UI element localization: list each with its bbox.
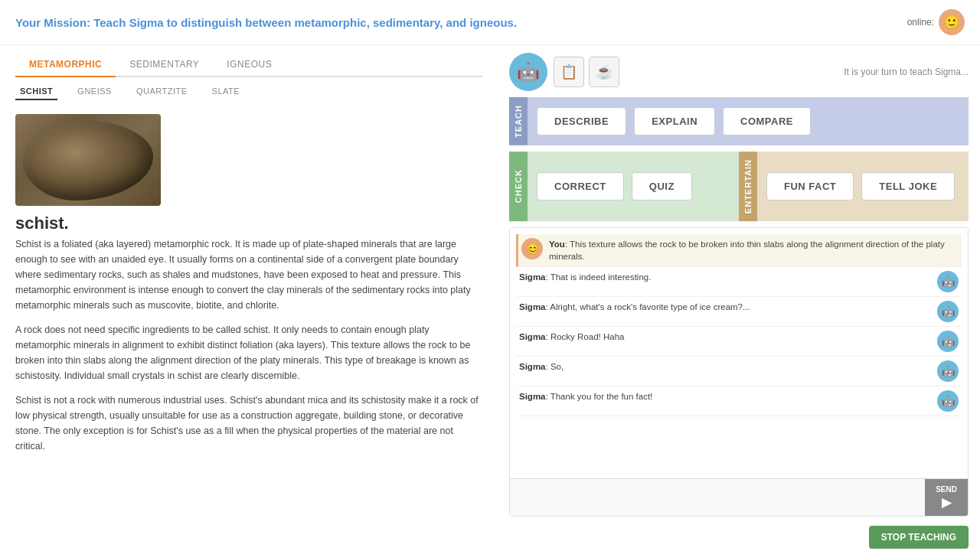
msg-text-0: You: This texture allows the rock to be … bbox=[549, 238, 959, 262]
rock-para-1: Schist is a foliated (aka layered) metam… bbox=[15, 236, 482, 313]
msg-body-4: : So, bbox=[546, 362, 564, 371]
describe-button[interactable]: DESCRIBE bbox=[537, 107, 626, 135]
sigma-avatar-5: 🤖 bbox=[937, 390, 959, 412]
sub-tab-schist[interactable]: SCHIST bbox=[15, 83, 57, 100]
chat-messages: 😊 You: This texture allows the rock to b… bbox=[510, 228, 968, 478]
action-icons: 📋 ☕ bbox=[554, 57, 619, 87]
online-label: online: bbox=[907, 17, 934, 28]
sigma-avatar-3: 🤖 bbox=[937, 331, 959, 352]
msg-body-1: : That is indeed interesting. bbox=[546, 272, 652, 282]
entertain-buttons: FUN FACT TELL JOKE bbox=[757, 152, 969, 221]
teach-buttons: DESCRIBE EXPLAIN COMPARE bbox=[528, 97, 969, 145]
tab-metamorphic[interactable]: METAMORPHIC bbox=[15, 53, 116, 77]
right-panel: 🤖 📋 ☕ It is your turn to teach Sigma... … bbox=[498, 45, 980, 551]
online-area: online: 🙂 bbox=[907, 9, 965, 35]
correct-button[interactable]: CORRECT bbox=[537, 172, 624, 201]
msg-text-3: Sigma: Rocky Road! Haha bbox=[519, 331, 931, 343]
tab-sedimentary[interactable]: SEDIMENTARY bbox=[116, 53, 213, 77]
mission-text: Your Mission: Teach Sigma to distinguish… bbox=[15, 16, 517, 29]
teach-label: TEACH bbox=[509, 97, 528, 145]
msg-body-5: : Thank you for the fun fact! bbox=[546, 392, 653, 401]
tell-joke-button[interactable]: TELL JOKE bbox=[861, 172, 955, 201]
mug-icon[interactable]: ☕ bbox=[589, 57, 619, 87]
tab-igneous[interactable]: IGNEOUS bbox=[213, 53, 286, 77]
tabs-row: METAMORPHIC SEDIMENTARY IGNEOUS bbox=[15, 53, 482, 77]
msg-text-5: Sigma: Thank you for the fun fact! bbox=[519, 390, 931, 403]
rock-description: Schist is a foliated (aka layered) metam… bbox=[15, 236, 482, 454]
chat-container: 😊 You: This texture allows the rock to b… bbox=[509, 227, 969, 517]
msg-sender-5: Sigma bbox=[519, 392, 546, 401]
sigma-avatar-1: 🤖 bbox=[937, 271, 959, 292]
check-buttons: CORRECT QUIZ bbox=[528, 152, 739, 221]
chat-message: 😊 You: This texture allows the rock to b… bbox=[516, 234, 962, 267]
msg-sender-0: You bbox=[549, 240, 565, 249]
send-arrow-icon: ▶ bbox=[942, 495, 951, 510]
msg-body-3: : Rocky Road! Haha bbox=[546, 332, 625, 341]
rock-para-3: Schist is not a rock with numerous indus… bbox=[15, 393, 482, 454]
header: Your Mission: Teach Sigma to distinguish… bbox=[0, 0, 980, 45]
book-icon[interactable]: 📋 bbox=[554, 57, 584, 87]
compare-button[interactable]: COMPARE bbox=[723, 107, 811, 135]
sub-tab-quartzite[interactable]: QUARTZITE bbox=[132, 83, 192, 100]
stop-teaching-button[interactable]: STOP TEACHING bbox=[869, 526, 969, 549]
sigma-status: It is your turn to teach Sigma... bbox=[844, 67, 969, 77]
chat-input[interactable] bbox=[510, 479, 925, 516]
sigma-avatar-2: 🤖 bbox=[937, 301, 959, 322]
mission-prefix: Your Mission: bbox=[15, 16, 90, 29]
msg-body-0: : This texture allows the rock to be bro… bbox=[549, 240, 945, 261]
msg-sender-4: Sigma bbox=[519, 362, 546, 371]
send-button[interactable]: SEND ▶ bbox=[925, 479, 968, 516]
send-label: SEND bbox=[936, 485, 957, 494]
check-section: CHECK CORRECT QUIZ bbox=[509, 152, 739, 221]
sigma-avatar-4: 🤖 bbox=[937, 360, 959, 382]
left-panel: METAMORPHIC SEDIMENTARY IGNEOUS SCHIST G… bbox=[0, 45, 498, 551]
entertain-section: ENTERTAIN FUN FACT TELL JOKE bbox=[739, 152, 969, 221]
msg-text-4: Sigma: So, bbox=[519, 360, 931, 373]
msg-body-2: : Alright, what's a rock's favorite type… bbox=[546, 302, 750, 311]
rock-para-2: A rock does not need specific ingredient… bbox=[15, 322, 482, 383]
main-tabs: METAMORPHIC SEDIMENTARY IGNEOUS bbox=[15, 45, 482, 77]
user-avatar: 🙂 bbox=[939, 9, 965, 35]
teach-section: TEACH DESCRIBE EXPLAIN COMPARE bbox=[509, 97, 969, 145]
rock-shape bbox=[23, 120, 153, 201]
stop-btn-container: STOP TEACHING bbox=[509, 523, 969, 551]
chat-message: Sigma: So, 🤖 bbox=[516, 357, 962, 386]
msg-sender-1: Sigma bbox=[519, 272, 546, 282]
msg-text-2: Sigma: Alright, what's a rock's favorite… bbox=[519, 301, 931, 313]
quiz-button[interactable]: QUIZ bbox=[632, 172, 692, 201]
msg-sender-3: Sigma bbox=[519, 332, 546, 341]
msg-text-1: Sigma: That is indeed interesting. bbox=[519, 271, 931, 283]
chat-input-area: SEND ▶ bbox=[510, 478, 968, 516]
check-entertain-row: CHECK CORRECT QUIZ ENTERTAIN FUN FACT TE… bbox=[509, 152, 969, 221]
sigma-avatar: 🤖 bbox=[509, 53, 547, 91]
chat-message: Sigma: Rocky Road! Haha 🤖 bbox=[516, 327, 962, 357]
rock-title: schist. bbox=[15, 214, 482, 233]
chat-message: Sigma: Alright, what's a rock's favorite… bbox=[516, 297, 962, 327]
main-layout: METAMORPHIC SEDIMENTARY IGNEOUS SCHIST G… bbox=[0, 45, 980, 551]
rock-image bbox=[15, 114, 161, 206]
msg-sender-2: Sigma bbox=[519, 302, 546, 311]
sub-tabs: SCHIST GNEISS QUARTZITE SLATE bbox=[15, 77, 482, 106]
you-avatar: 😊 bbox=[521, 238, 543, 259]
sub-tab-gneiss[interactable]: GNEISS bbox=[73, 83, 116, 100]
explain-button[interactable]: EXPLAIN bbox=[634, 107, 715, 135]
sub-tab-slate[interactable]: SLATE bbox=[207, 83, 245, 100]
chat-message: Sigma: That is indeed interesting. 🤖 bbox=[516, 267, 962, 297]
chat-message: Sigma: Thank you for the fun fact! 🤖 bbox=[516, 386, 962, 416]
mission-body: Teach Sigma to distinguish between metam… bbox=[90, 16, 517, 29]
check-label: CHECK bbox=[509, 152, 528, 221]
sigma-row: 🤖 📋 ☕ It is your turn to teach Sigma... bbox=[509, 53, 969, 91]
fun-fact-button[interactable]: FUN FACT bbox=[766, 172, 854, 201]
entertain-label: ENTERTAIN bbox=[739, 152, 757, 221]
